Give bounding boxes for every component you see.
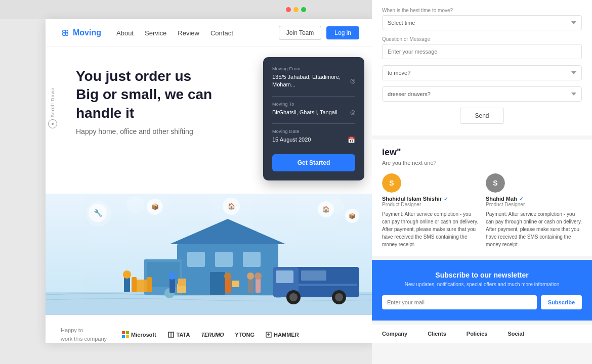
footer-col-policies: Policies bbox=[467, 331, 488, 337]
card-divider-1 bbox=[272, 96, 355, 97]
calendar-icon: 📅 bbox=[348, 136, 355, 144]
svg-rect-18 bbox=[132, 277, 137, 292]
svg-rect-34 bbox=[301, 270, 326, 281]
nav-service[interactable]: Service bbox=[145, 29, 166, 37]
card-divider-2 bbox=[272, 123, 355, 124]
svg-rect-15 bbox=[124, 277, 130, 292]
drawer-select[interactable]: dresser drawers? bbox=[382, 86, 582, 102]
card-date: Moving Date 15 August 2020 📅 bbox=[272, 129, 355, 144]
review-title: iew" bbox=[382, 147, 582, 158]
svg-rect-41 bbox=[126, 331, 129, 334]
reviewer-avatar-1: S bbox=[382, 173, 401, 193]
date-row: 15 August 2020 📅 bbox=[272, 136, 355, 144]
maximize-dot bbox=[301, 7, 306, 12]
svg-point-1 bbox=[65, 30, 68, 33]
reviewer-card-1: S Shahidul Islam Shishir ✓ Product Desig… bbox=[382, 173, 478, 248]
partner-terumo: TERUMO bbox=[201, 332, 224, 338]
navbar: Moving About Service Review Contact Join… bbox=[46, 19, 374, 47]
partners-section: Happy to work this company Microsoft TAT… bbox=[46, 315, 374, 343]
right-panel: When is the best time to move? Select ti… bbox=[372, 0, 592, 364]
login-button[interactable]: Log in bbox=[326, 26, 359, 39]
nav-links: About Service Review Contact bbox=[116, 29, 279, 37]
booking-card: Moving From 135/5 Jahabad, Ettadimore, M… bbox=[263, 57, 364, 180]
scroll-indicator: Scroll Down bbox=[48, 87, 57, 128]
verified-icon-1: ✓ bbox=[444, 196, 448, 202]
contact-form: When is the best time to move? Select ti… bbox=[372, 0, 592, 135]
nav-review[interactable]: Review bbox=[178, 29, 199, 37]
join-team-button[interactable]: Join Team bbox=[279, 26, 321, 40]
get-started-button[interactable]: Get Started bbox=[272, 154, 355, 171]
minimize-dot bbox=[293, 7, 299, 12]
svg-rect-43 bbox=[126, 335, 129, 338]
svg-point-2 bbox=[63, 33, 65, 35]
drawer-field-group: dresser drawers? bbox=[382, 86, 582, 102]
newsletter-form: Subscribe bbox=[382, 295, 582, 309]
logo-icon bbox=[61, 28, 70, 37]
newsletter-section: Subscribe to our newsletter New updates,… bbox=[372, 260, 592, 321]
logo[interactable]: Moving bbox=[61, 28, 101, 37]
svg-rect-27 bbox=[248, 279, 253, 293]
move-field-group: to move? bbox=[382, 65, 582, 80]
partner-tata: TATA bbox=[167, 331, 190, 338]
nav-about[interactable]: About bbox=[116, 29, 134, 37]
reviewer-name-1: Shahidul Islam Shishir ✓ bbox=[382, 196, 478, 202]
reviewer-avatar-2: S bbox=[486, 173, 505, 193]
move-select[interactable]: to move? bbox=[382, 65, 582, 80]
date-value[interactable]: 15 August 2020 bbox=[272, 136, 311, 144]
svg-rect-26 bbox=[232, 281, 239, 287]
nav-contact[interactable]: Contact bbox=[210, 29, 233, 37]
moving-from-value[interactable]: 135/5 Jahabad, Ettadimore, Moham... bbox=[272, 73, 350, 89]
svg-rect-9 bbox=[243, 252, 261, 267]
svg-point-38 bbox=[335, 293, 343, 301]
hammer-icon bbox=[266, 332, 272, 338]
svg-rect-19 bbox=[147, 277, 152, 292]
house-illustration bbox=[46, 194, 374, 315]
svg-rect-10 bbox=[210, 272, 225, 295]
time-field-group: When is the best time to move? Select ti… bbox=[382, 8, 582, 30]
svg-point-0 bbox=[63, 30, 65, 33]
svg-rect-7 bbox=[187, 252, 205, 267]
moving-to-value[interactable]: BirGhatsil, Ghatsil, Tangail bbox=[272, 109, 337, 116]
card-moving-to: Moving To BirGhatsil, Ghatsil, Tangail ◎ bbox=[272, 102, 355, 116]
review-text-1: Payment: After service completion - you … bbox=[382, 210, 478, 248]
svg-rect-20 bbox=[170, 279, 175, 293]
svg-point-21 bbox=[168, 272, 176, 280]
review-text-2: Payment: After service completion - you … bbox=[486, 210, 582, 248]
illustration-section: 🔧 📦 🏠 🏠 📦 bbox=[46, 194, 374, 315]
scroll-circle bbox=[48, 119, 57, 128]
time-field-label: When is the best time to move? bbox=[382, 8, 582, 13]
location-to-icon: ◎ bbox=[350, 109, 355, 116]
review-subtitle: Are you the next one? bbox=[382, 160, 582, 166]
time-select[interactable]: Select time bbox=[382, 15, 582, 30]
moving-from-label: Moving From bbox=[272, 66, 355, 71]
reviewer-card-2: S Shahid Mah ✓ Product Designer Payment:… bbox=[486, 173, 582, 248]
footer-col-clients: Clients bbox=[428, 331, 446, 337]
message-field-group: Question or Message bbox=[382, 36, 582, 59]
tata-icon bbox=[167, 331, 175, 338]
svg-point-28 bbox=[247, 272, 254, 280]
subscribe-button[interactable]: Subscribe bbox=[541, 295, 582, 309]
nav-actions: Join Team Log in bbox=[279, 26, 359, 40]
avatar-circle-1: S bbox=[382, 173, 401, 193]
send-button[interactable]: Send bbox=[460, 108, 503, 124]
scroll-dot bbox=[52, 123, 54, 125]
avatar-circle-2: S bbox=[486, 173, 505, 193]
svg-rect-8 bbox=[215, 252, 233, 267]
svg-rect-33 bbox=[276, 270, 293, 283]
partner-hammer: HAMMER bbox=[266, 332, 299, 338]
newsletter-subtitle: New updates, notifications, special offe… bbox=[382, 281, 582, 288]
footer-col-social: Social bbox=[508, 331, 524, 337]
svg-rect-24 bbox=[225, 279, 231, 293]
newsletter-email-input[interactable] bbox=[382, 295, 537, 309]
logo-text: Moving bbox=[73, 28, 101, 37]
footer-links: Company Clients Policies Social bbox=[372, 325, 592, 343]
review-section: iew" Are you the next one? S Shahidul Is… bbox=[372, 140, 592, 256]
reviewer-cards: S Shahidul Islam Shishir ✓ Product Desig… bbox=[382, 173, 582, 248]
svg-rect-40 bbox=[122, 331, 125, 334]
message-input[interactable] bbox=[382, 44, 582, 59]
date-label: Moving Date bbox=[272, 129, 355, 134]
svg-point-16 bbox=[123, 270, 131, 279]
svg-marker-6 bbox=[170, 219, 286, 244]
newsletter-title: Subscribe to our newsletter bbox=[382, 271, 582, 279]
svg-point-36 bbox=[289, 293, 298, 301]
